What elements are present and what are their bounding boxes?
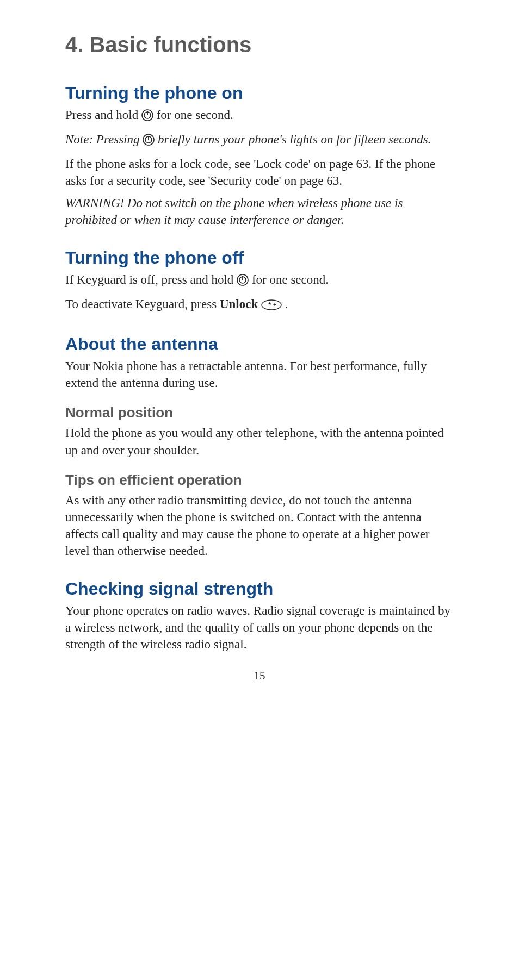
bold-text-unlock: Unlock <box>220 297 258 311</box>
note-paragraph: Note: Pressing briefly turns your phone'… <box>65 131 454 150</box>
paragraph: As with any other radio transmitting dev… <box>65 492 454 559</box>
paragraph: Your Nokia phone has a retractable anten… <box>65 358 454 391</box>
paragraph: Hold the phone as you would any other te… <box>65 425 454 458</box>
paragraph: If Keyguard is off, press and hold for o… <box>65 271 454 290</box>
section-heading-turning-off: Turning the phone off <box>65 248 454 268</box>
text: briefly turns your phone's lights on for… <box>158 133 431 146</box>
section-heading-signal: Checking signal strength <box>65 579 454 599</box>
paragraph: To deactivate Keyguard, press Unlock *+ … <box>65 296 454 315</box>
text: To deactivate Keyguard, press <box>65 297 220 311</box>
text: for one second. <box>252 273 329 286</box>
subsection-heading-normal-position: Normal position <box>65 404 454 421</box>
subsection-heading-tips: Tips on efficient operation <box>65 472 454 489</box>
text: Note: Pressing <box>65 133 143 146</box>
page-number: 15 <box>65 669 454 683</box>
paragraph: Press and hold for one second. <box>65 107 454 126</box>
svg-text:*: * <box>268 301 271 309</box>
section-heading-turning-on: Turning the phone on <box>65 83 454 103</box>
text: Press and hold <box>65 108 141 122</box>
power-button-icon <box>141 109 153 126</box>
section-heading-antenna: About the antenna <box>65 334 454 354</box>
star-key-icon: *+ <box>261 298 282 315</box>
svg-text:+: + <box>273 302 276 308</box>
power-button-icon <box>143 133 155 150</box>
text: for one second. <box>157 108 233 122</box>
document-page: 4. Basic functions Turning the phone on … <box>0 0 519 704</box>
text: If Keyguard is off, press and hold <box>65 273 237 286</box>
text: . <box>285 297 288 311</box>
chapter-title: 4. Basic functions <box>65 33 454 57</box>
svg-point-9 <box>262 300 281 310</box>
warning-paragraph: WARNING! Do not switch on the phone when… <box>65 195 454 228</box>
paragraph: Your phone operates on radio waves. Radi… <box>65 602 454 653</box>
paragraph: If the phone asks for a lock code, see '… <box>65 155 454 189</box>
power-button-icon <box>237 273 249 290</box>
